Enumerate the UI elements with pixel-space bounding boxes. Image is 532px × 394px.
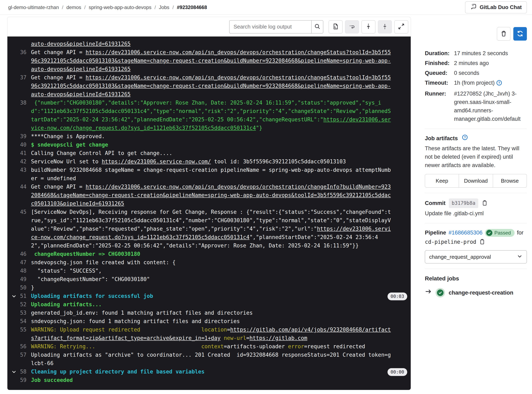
gutter-spacer [11,141,17,149]
job-artifacts-section: Job artifacts ? These artifacts are the … [425,134,527,187]
log-line-number[interactable]: 46 [17,250,27,258]
browse-artifacts-button[interactable]: Browse [493,174,527,187]
log-search-group [229,20,323,33]
log-line-number[interactable] [17,40,27,48]
erase-log-button[interactable] [497,27,511,41]
log-line-number[interactable]: 52 [17,300,27,309]
retry-job-button[interactable] [513,27,527,41]
search-icon [314,23,320,30]
breadcrumb-item[interactable]: gl-demo-ultimate-rzhan [8,5,59,10]
gutter-spacer [11,342,17,351]
log-line-number[interactable]: 40 [17,141,27,149]
log-line-number[interactable]: 59 [17,376,27,384]
raw-log-button[interactable] [329,20,343,33]
log-line-number[interactable]: 47 [17,258,27,267]
log-line-number[interactable]: 42 [17,157,27,166]
wrap-lines-icon [349,23,355,30]
gutter-spacer [11,98,17,132]
gutter-spacer [11,275,17,284]
log-line-number[interactable]: 57 [17,351,27,368]
gutter-spacer [11,267,17,275]
gutter-spacer [11,132,17,141]
breadcrumb: gl-demo-ultimate-rzhan/demos/spring-web-… [8,5,465,10]
breadcrumb-item[interactable]: spring-web-app-auto-devops [89,5,151,10]
gutter-spacer [11,309,17,317]
download-artifacts-button[interactable]: Download [459,174,493,187]
gutter-spacer [11,250,17,258]
log-line-number[interactable]: 58 [17,368,27,376]
log-link[interactable]: https://gitlab.com [249,335,307,341]
retry-icon [517,30,524,38]
log-toolbar [7,17,411,36]
log-line-content: [ServiceNow DevOps], Receiving response … [31,208,392,250]
breadcrumb-item[interactable]: Jobs [159,5,169,10]
log-text [221,335,224,341]
log-line-number[interactable]: 53 [17,309,27,317]
search-input[interactable] [229,20,311,33]
log-line-number[interactable]: 44 [17,183,27,208]
log-line-number[interactable]: 36 [17,48,27,73]
pipeline-link[interactable]: #1686685306 [449,228,483,237]
related-job-row[interactable]: change-request-creation [425,288,527,297]
breadcrumb-bar: gl-demo-ultimate-rzhan/demos/spring-web-… [0,0,532,15]
log-text: Job succeeded [31,377,73,383]
detail-value: 2 minutes ago [454,59,527,67]
log-text: tool id: 3b5f5596c39212105c5ddacc0501310… [211,158,346,165]
keep-artifacts-button[interactable]: Keep [425,174,459,187]
log-line-content: "changeRequestNumber": "CHG0030180" [31,275,392,284]
log-line: 55WARNING: Upload request redirected loc… [7,326,411,342]
log-line: 52Uploading artifacts... [7,300,411,309]
fullscreen-button[interactable] [394,20,408,33]
log-line-number[interactable]: 39 [17,132,27,141]
commit-sha[interactable]: b3179b8a [449,198,479,208]
log-line-number[interactable]: 56 [17,342,27,351]
scroll-top-button[interactable] [362,20,375,33]
log-line-content: sndevopschg.json file created with conte… [31,258,392,267]
copy-ref-button[interactable] [479,238,485,245]
pipeline-status-badge[interactable]: Passed [485,229,515,237]
pipeline-ref[interactable]: cd-pipeline-prod [425,238,476,246]
wrap-lines-button[interactable] [345,20,359,33]
commit-label: Commit [425,199,446,207]
pipeline-for-text: for [517,228,524,237]
help-icon[interactable]: ? [496,80,502,88]
copy-icon [479,238,485,245]
scroll-bottom-button[interactable] [378,20,392,33]
log-line-content: Get change API = https://dev231006.servi… [31,73,392,98]
help-icon[interactable]: ? [462,134,468,143]
log-line-number[interactable]: 55 [17,326,27,342]
search-button[interactable] [311,20,323,33]
log-line-number[interactable]: 54 [17,317,27,326]
log-line-number[interactable]: 48 [17,267,27,275]
collapse-section-icon[interactable] [11,292,17,300]
related-jobs-section: Related jobs change-request-creation [425,274,527,297]
log-line-number[interactable]: 38 [17,98,27,132]
collapse-section-icon[interactable] [11,368,17,376]
log-line-number[interactable]: 50 [17,284,27,292]
log-text: Calling Change Control API to get change… [31,150,172,156]
log-line-number[interactable]: 41 [17,149,27,157]
breadcrumb-item[interactable]: demos [66,5,81,10]
copy-commit-sha-button[interactable] [482,200,488,207]
log-link[interactable]: https://dev231006.service-now.com/ [101,158,211,165]
log-text [140,327,201,333]
log-text: Get change API = [31,74,85,81]
section-duration-badge: 00:03 [388,293,407,300]
related-job-name[interactable]: change-request-creation [449,289,513,297]
log-line: 44Get change API = https://dev231006.ser… [7,183,411,208]
detail-label: Duration: [425,49,451,58]
log-line-number[interactable]: 37 [17,73,27,98]
log-text: Get change API = [31,49,85,55]
log-line-number[interactable]: 49 [17,275,27,284]
log-line-number[interactable]: 45 [17,208,27,250]
log-line-number[interactable]: 43 [17,166,27,183]
stage-dropdown[interactable]: change_request_approval [425,250,527,263]
log-line: 58Cleaning up project directory and file… [7,368,411,376]
log-line: 38 {"number":"CHG0030180","details":"App… [7,98,411,132]
duo-chat-button[interactable]: GitLab Duo Chat [465,1,527,13]
log-line-content: buildNumber 9232084668 stageName = chang… [31,166,392,183]
log-line-number[interactable]: 51 [17,292,27,300]
log-link[interactable]: auto-devops&pipelineId=61931265 [31,41,131,47]
commit-message[interactable]: Update file .gitlab-ci.yml [425,209,527,218]
detail-value-text: 0 seconds [454,70,479,76]
